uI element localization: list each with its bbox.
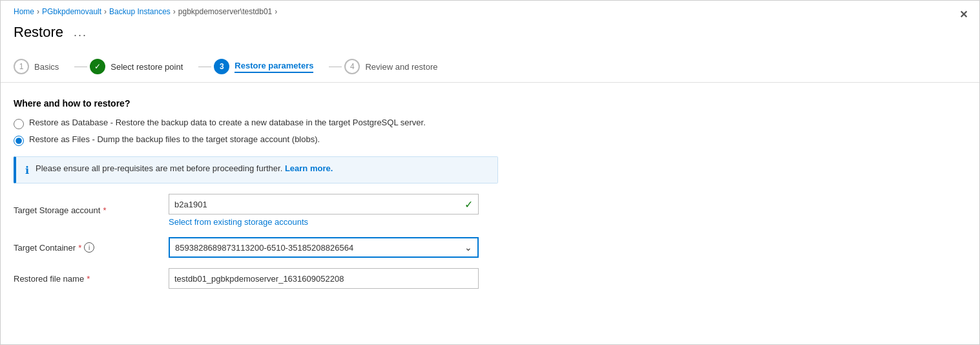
step-2-circle: ✓ [90,59,105,74]
step-sep-3 [329,67,342,67]
radio-option-db: Restore as Database - Restore the backup… [14,118,966,129]
storage-required-star: * [103,205,106,215]
breadcrumb: Home › PGbkpdemovault › Backup Instances… [1,1,979,19]
info-icon: ℹ [25,164,29,176]
breadcrumb-sep-1: › [37,7,39,16]
breadcrumb-sep-4: › [275,7,277,16]
step-4-circle: 4 [344,59,360,74]
breadcrumb-vault[interactable]: PGbkpdemovault [42,7,101,16]
step-1-circle: 1 [14,59,29,74]
step-select-restore-point[interactable]: ✓ Select restore point [90,51,196,82]
breadcrumb-sep-3: › [173,7,176,16]
page-title: Restore [14,24,63,41]
learn-more-link[interactable]: Learn more. [285,163,333,173]
storage-account-row: Target Storage account * ✓ Select from e… [14,194,966,227]
container-required-star: * [78,243,81,253]
step-3-circle: 3 [214,59,229,74]
section-title: Where and how to restore? [14,98,966,109]
step-basics[interactable]: 1 Basics [14,51,72,82]
target-container-row: Target Container * i ⌄ [14,237,966,258]
select-storage-link[interactable]: Select from existing storage accounts [169,217,479,227]
step-review-restore[interactable]: 4 Review and restore [344,51,450,82]
target-container-input[interactable] [170,240,464,255]
storage-account-input-wrap: ✓ [169,194,479,214]
restore-db-radio[interactable] [14,119,24,129]
breadcrumb-home[interactable]: Home [14,7,34,16]
content-area: Where and how to restore? Restore as Dat… [1,98,979,289]
container-dropdown-arrow[interactable]: ⌄ [464,242,477,253]
storage-account-input[interactable] [169,197,464,212]
close-button[interactable]: ✕ [959,8,968,21]
restored-filename-input[interactable] [169,271,478,286]
page-menu-button[interactable]: ... [70,25,91,41]
restored-filename-label: Restored file name * [14,274,169,284]
container-info-icon[interactable]: i [84,242,94,253]
target-container-input-wrap: ⌄ [169,237,479,258]
step-4-label: Review and restore [365,62,437,72]
breadcrumb-current: pgbkpdemoserver\testdb01 [178,7,272,16]
step-2-label: Select restore point [110,62,183,72]
info-text: Please ensure all pre-requisites are met… [36,163,333,173]
checkmark-icon: ✓ [94,62,101,71]
restore-db-label[interactable]: Restore as Database - Restore the backup… [29,118,426,127]
main-container: Home › PGbkpdemovault › Backup Instances… [0,0,980,345]
info-box: ℹ Please ensure all pre-requisites are m… [14,156,498,183]
filename-required-star: * [87,274,90,284]
breadcrumb-backup-instances[interactable]: Backup Instances [109,7,171,16]
wizard-steps: 1 Basics ✓ Select restore point 3 Restor… [1,51,979,83]
page-header: Restore ... [1,19,979,51]
storage-account-label: Target Storage account * [14,205,169,215]
step-sep-1 [74,67,87,67]
breadcrumb-sep-2: › [104,7,107,16]
target-container-label: Target Container * i [14,242,169,253]
radio-option-files: Restore as Files - Dump the backup files… [14,134,966,146]
restore-files-radio[interactable] [14,136,24,146]
storage-account-control: ✓ Select from existing storage accounts [169,194,479,227]
step-3-label: Restore parameters [235,61,313,73]
step-sep-2 [198,67,211,67]
restored-filename-input-wrap [169,268,479,289]
restore-files-label[interactable]: Restore as Files - Dump the backup files… [29,134,320,144]
storage-check-icon: ✓ [464,198,478,211]
step-1-label: Basics [34,62,59,72]
step-restore-parameters[interactable]: 3 Restore parameters [214,51,326,82]
restored-filename-row: Restored file name * [14,268,966,289]
